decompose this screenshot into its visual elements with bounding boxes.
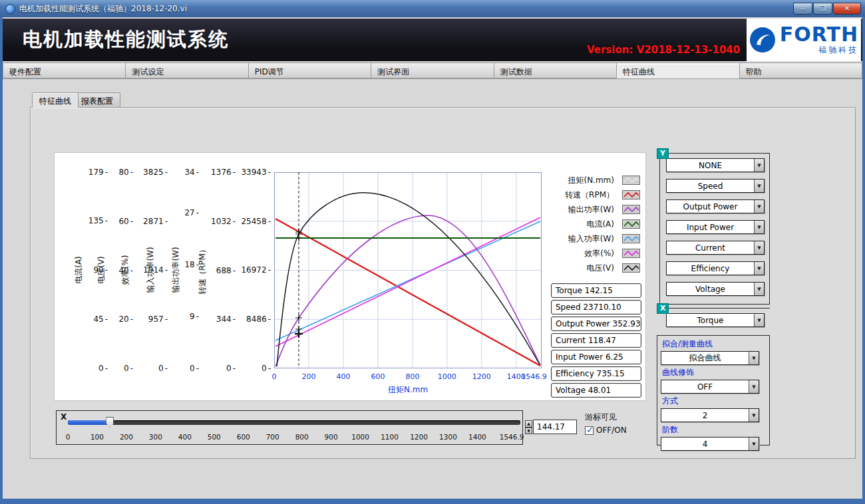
slider-scale-label: 600 bbox=[237, 433, 250, 441]
legend-swatch[interactable] bbox=[622, 190, 640, 199]
dropdown-speed[interactable]: Speed bbox=[666, 179, 765, 193]
tab-bar: 硬件配置测试设定PID调节测试界面测试数据特征曲线帮助 bbox=[3, 63, 862, 79]
app-icon bbox=[5, 4, 15, 14]
subtab-报表配置[interactable]: 报表配置 bbox=[74, 92, 120, 108]
legend-swatch[interactable] bbox=[622, 219, 640, 229]
close-button[interactable] bbox=[833, 3, 861, 15]
y-axis-title: 转速（RPM） bbox=[197, 245, 208, 295]
x-axis-tick-label: 400 bbox=[336, 372, 350, 381]
y-axis-tick-label: 2871 bbox=[121, 217, 168, 226]
dropdown-value: Voltage bbox=[667, 285, 754, 294]
tab-测试设定[interactable]: 测试设定 bbox=[126, 63, 248, 78]
legend-item[interactable]: 转速（RPM） bbox=[480, 188, 640, 202]
tab-硬件配置[interactable]: 硬件配置 bbox=[3, 63, 126, 78]
dropdown-current[interactable]: Current bbox=[666, 241, 765, 255]
chevron-down-icon[interactable] bbox=[749, 438, 759, 450]
slider-scale: 0100200300400500600700800900100011001200… bbox=[57, 433, 524, 442]
legend-swatch[interactable] bbox=[622, 249, 640, 258]
chevron-down-icon[interactable] bbox=[754, 262, 764, 275]
dropdown-voltage[interactable]: Voltage bbox=[666, 282, 765, 296]
window-title: 电机加载性能测试系统（福驰）2018-12-20.vi bbox=[19, 3, 187, 15]
dropdown-output-power[interactable]: Output Power bbox=[666, 199, 765, 213]
tab-测试数据[interactable]: 测试数据 bbox=[494, 63, 617, 78]
slider-thumb[interactable] bbox=[106, 417, 114, 428]
forth-logo-icon bbox=[749, 27, 776, 53]
maximize-button[interactable] bbox=[813, 3, 832, 15]
fit-group-2: 方式2 bbox=[661, 396, 759, 422]
fit-group-label: 拟合/测量曲线 bbox=[662, 338, 759, 350]
fit-panel: 拟合/测量曲线拟合曲线曲线修饰OFF方式2阶数4 bbox=[661, 338, 759, 453]
fit-group-label: 阶数 bbox=[662, 424, 759, 436]
cursor-value-input[interactable]: 144.17 bbox=[533, 420, 577, 434]
dropdown-fit-0[interactable]: 拟合曲线 bbox=[661, 351, 759, 365]
title-bar[interactable]: 电机加载性能测试系统（福驰）2018-12-20.vi bbox=[0, 0, 865, 17]
dropdown-none[interactable]: NONE bbox=[666, 158, 765, 172]
dropdown-efficiency[interactable]: Efficiency bbox=[666, 261, 765, 275]
chevron-down-icon[interactable] bbox=[749, 409, 759, 422]
readout-current: Current 118.47 bbox=[551, 333, 641, 348]
cursor-visible-row: OFF/ON bbox=[585, 426, 627, 435]
y-axis-tick-label: 16972 bbox=[224, 265, 271, 275]
dropdown-fit-2[interactable]: 2 bbox=[661, 408, 759, 422]
legend-item-label: 效率(%) bbox=[584, 248, 614, 259]
tab-特征曲线[interactable]: 特征曲线 bbox=[617, 63, 739, 78]
chevron-down-icon[interactable] bbox=[754, 241, 764, 254]
legend-item[interactable]: 电流(A) bbox=[480, 217, 640, 231]
cursor-readouts: Torque 142.15Speed 23710.10Output Power … bbox=[551, 283, 641, 400]
legend-swatch[interactable] bbox=[622, 205, 640, 214]
y-axis-tick-label: 8486 bbox=[224, 315, 271, 324]
legend-swatch[interactable] bbox=[622, 234, 640, 243]
chevron-down-icon[interactable] bbox=[749, 352, 759, 364]
dropdown-input-power[interactable]: Input Power bbox=[666, 220, 765, 234]
legend-swatch[interactable] bbox=[622, 176, 640, 185]
legend-swatch[interactable] bbox=[622, 263, 640, 273]
dropdown-x-axis[interactable]: Torque bbox=[666, 313, 765, 327]
chevron-down-icon[interactable] bbox=[754, 221, 764, 233]
app-window: 电机加载性能测试系统（福驰）2018-12-20.vi 电机加载性能测试系统 V… bbox=[0, 0, 865, 504]
readout-output-power: Output Power 352.93 bbox=[551, 316, 641, 331]
cursor-visible-checkbox[interactable] bbox=[585, 426, 594, 435]
dropdown-fit-3[interactable]: 4 bbox=[661, 437, 759, 451]
readout-voltage: Voltage 48.01 bbox=[551, 383, 641, 398]
cursor-slider-box: X 01002003004005006007008009001000110012… bbox=[56, 410, 523, 445]
fit-group-label: 曲线修饰 bbox=[662, 367, 759, 378]
legend-item[interactable]: 输出功率(W) bbox=[480, 202, 640, 217]
readout-efficiency: Efficiency 735.15 bbox=[551, 366, 641, 381]
legend-item[interactable]: 输入功率(W) bbox=[480, 231, 640, 246]
legend-item-label: 电压(V) bbox=[586, 263, 614, 274]
slider-scale-label: 700 bbox=[266, 433, 279, 441]
tab-帮助[interactable]: 帮助 bbox=[740, 63, 862, 78]
legend-item-label: 扭矩(N.mm) bbox=[568, 175, 614, 186]
tab-测试界面[interactable]: 测试界面 bbox=[371, 63, 494, 78]
fit-group-3: 阶数4 bbox=[661, 424, 759, 451]
page-title: 电机加载性能测试系统 bbox=[23, 27, 229, 53]
chevron-down-icon[interactable] bbox=[754, 159, 764, 172]
minimize-button[interactable] bbox=[793, 3, 812, 15]
y-axis-title: 输出功率(W) bbox=[170, 247, 182, 293]
chevron-down-icon[interactable] bbox=[754, 314, 764, 326]
tab-PID调节[interactable]: PID调节 bbox=[249, 63, 371, 78]
subtab-特征曲线[interactable]: 特征曲线 bbox=[32, 92, 79, 108]
chevron-down-icon[interactable] bbox=[754, 283, 764, 295]
legend-item[interactable]: 效率(%) bbox=[480, 246, 640, 261]
chart-container: 电流(A)17913590450电压(V)806040200效率(%)38252… bbox=[54, 152, 646, 401]
legend-item[interactable]: 电压(V) bbox=[480, 261, 640, 275]
dropdown-fit-1[interactable]: OFF bbox=[661, 380, 759, 394]
spinner-down-icon[interactable] bbox=[525, 428, 532, 435]
chevron-down-icon[interactable] bbox=[754, 200, 764, 213]
cursor-value-spinner[interactable] bbox=[525, 420, 532, 434]
slider-scale-label: 300 bbox=[149, 433, 162, 441]
x-select-divider bbox=[665, 308, 770, 309]
slider-scale-label: 1100 bbox=[381, 433, 399, 441]
main-panel: 电流(A)17913590450电压(V)806040200效率(%)38252… bbox=[30, 107, 856, 459]
slider-scale-label: 1000 bbox=[351, 433, 369, 441]
dropdown-value: Efficiency bbox=[667, 264, 754, 273]
x-axis-tick-label: 600 bbox=[371, 372, 385, 381]
spinner-up-icon[interactable] bbox=[525, 420, 532, 428]
chevron-down-icon[interactable] bbox=[754, 180, 764, 192]
chevron-down-icon[interactable] bbox=[749, 380, 759, 393]
slider-scale-label: 1400 bbox=[468, 433, 486, 441]
legend-item[interactable]: 扭矩(N.mm) bbox=[480, 173, 640, 188]
slider-scale-label: 200 bbox=[120, 433, 133, 441]
slider-track[interactable] bbox=[68, 420, 520, 425]
